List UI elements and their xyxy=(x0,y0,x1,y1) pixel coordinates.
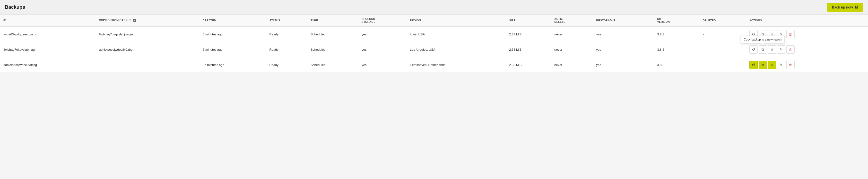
delete-icon: 🗑 xyxy=(789,63,792,67)
copy-button-wrapper: ⧉ xyxy=(758,61,767,69)
copy-icon: ⧉ xyxy=(762,63,764,67)
page-wrapper: Backups Back up now 🖫 ID COPIED FROM BAC… xyxy=(0,0,868,179)
delete-button[interactable]: 🗑 xyxy=(786,30,795,38)
copy-backup-button[interactable]: ⧉ xyxy=(758,30,767,38)
cell-copied-from: qdhkxpocojwdec8v9zbg xyxy=(95,42,199,57)
page-title: Backups xyxy=(5,4,25,10)
edit-button[interactable]: ✎ xyxy=(777,30,785,38)
copy-icon: ⧉ xyxy=(762,47,764,52)
cell-db-version: 3.8.8 xyxy=(654,27,699,42)
copy-button-wrapper: ⧉Copy backup to a new region xyxy=(758,45,767,53)
backup-now-button[interactable]: Back up now 🖫 xyxy=(827,3,863,12)
edit-icon: ✎ xyxy=(780,63,783,67)
cell-db-version: 3.8.8 xyxy=(654,42,699,57)
edit-icon: ✎ xyxy=(780,47,783,51)
cell-type: Scheduled xyxy=(307,57,358,73)
copied-from-info-icon[interactable]: i xyxy=(133,19,136,22)
col-size: SIZE xyxy=(506,14,551,27)
cell-region: Eemshaven, Netherlands xyxy=(407,57,506,73)
cell-actions: ↺⧉Copy backup to a new region⑁✎🗑 xyxy=(746,42,868,57)
restore-button[interactable]: ↺ xyxy=(749,61,758,69)
col-restorable: RESTORABLE xyxy=(593,14,654,27)
delete-button[interactable]: 🗑 xyxy=(786,45,795,53)
col-region: REGION xyxy=(407,14,506,27)
cell-size: 2.33 MiB xyxy=(506,42,551,57)
backups-table-container: ID COPIED FROM BACKUP i CREATED STATUS T… xyxy=(0,14,868,72)
cell-actions: ↺⧉⑁✎🗑 xyxy=(746,27,868,42)
header: Backups Back up now 🖫 xyxy=(0,0,868,14)
col-deleted: DELETED xyxy=(700,14,746,27)
restore-button[interactable]: ↺ xyxy=(749,45,758,53)
cell-status: Ready xyxy=(266,42,307,57)
table-row: 8wbhag7okqvylabjnagmqdhkxpocojwdec8v9zbg… xyxy=(0,42,868,57)
restore-button[interactable]: ↺ xyxy=(749,30,758,38)
cell-id: qdhkxpocojwdec8v9zbg xyxy=(0,57,95,73)
col-cloud-storage: IN CLOUDSTORAGE xyxy=(358,14,406,27)
cell-created: 6 minutes ago xyxy=(199,42,266,57)
cell-in-cloud-storage: yes xyxy=(358,27,406,42)
actions-cell: ↺⧉⑁✎🗑 xyxy=(749,30,865,38)
cell-deleted: - xyxy=(700,57,746,73)
col-type: TYPE xyxy=(307,14,358,27)
cell-type: Scheduled xyxy=(307,42,358,57)
col-created: CREATED xyxy=(199,14,266,27)
col-actions: ACTIONS xyxy=(746,14,868,27)
backup-camera-icon: 🖫 xyxy=(855,5,858,9)
table-header-row: ID COPIED FROM BACKUP i CREATED STATUS T… xyxy=(0,14,868,27)
cell-auto-delete: never xyxy=(551,27,593,42)
delete-button[interactable]: 🗑 xyxy=(786,61,795,69)
cell-restorable: yes xyxy=(593,57,654,73)
cell-region: Iowa, USA xyxy=(407,27,506,42)
cell-deleted: - xyxy=(700,27,746,42)
col-id: ID xyxy=(0,14,95,27)
cell-created: 37 minutes ago xyxy=(199,57,266,73)
cell-status: Ready xyxy=(266,27,307,42)
restore-icon: ↺ xyxy=(752,32,755,37)
edit-icon: ✎ xyxy=(780,32,783,36)
cell-status: Ready xyxy=(266,57,307,73)
delete-icon: 🗑 xyxy=(789,48,792,51)
cell-restorable: yes xyxy=(593,42,654,57)
branch-button[interactable]: ⑁ xyxy=(768,61,776,69)
branch-icon: ⑁ xyxy=(771,47,773,51)
actions-cell: ↺⧉⑁✎🗑 xyxy=(749,61,865,69)
backups-table: ID COPIED FROM BACKUP i CREATED STATUS T… xyxy=(0,14,868,72)
edit-button[interactable]: ✎ xyxy=(777,61,785,69)
delete-icon: 🗑 xyxy=(789,33,792,36)
col-auto-delete: AUTO-DELETE xyxy=(551,14,593,27)
cell-db-version: 3.8.8 xyxy=(654,57,699,73)
branch-button[interactable]: ⑁ xyxy=(768,45,776,53)
restore-icon: ↺ xyxy=(752,47,755,52)
branch-icon: ⑁ xyxy=(771,63,773,67)
cell-copied-from: - xyxy=(95,57,199,73)
edit-button[interactable]: ✎ xyxy=(777,45,785,53)
actions-cell: ↺⧉Copy backup to a new region⑁✎🗑 xyxy=(749,45,865,53)
cell-size: 2.33 MiB xyxy=(506,27,551,42)
restore-icon: ↺ xyxy=(752,63,755,67)
cell-region: Los Angeles, USA xyxy=(407,42,506,57)
cell-restorable: yes xyxy=(593,27,654,42)
cell-id: ayba63kp4iyxzeyoznro xyxy=(0,27,95,42)
table-row: ayba63kp4iyxzeyoznro8wbhag7okqvylabjnagm… xyxy=(0,27,868,42)
col-status: STATUS xyxy=(266,14,307,27)
copy-button-wrapper: ⧉ xyxy=(758,30,767,38)
cell-auto-delete: never xyxy=(551,42,593,57)
col-copied-from: COPIED FROM BACKUP i xyxy=(95,14,199,27)
cell-id: 8wbhag7okqvylabjnagm xyxy=(0,42,95,57)
cell-deleted: - xyxy=(700,42,746,57)
cell-size: 2.33 MiB xyxy=(506,57,551,73)
copy-icon: ⧉ xyxy=(762,32,764,36)
branch-icon: ⑁ xyxy=(771,32,773,36)
cell-created: 5 minutes ago xyxy=(199,27,266,42)
cell-in-cloud-storage: yes xyxy=(358,42,406,57)
cell-auto-delete: never xyxy=(551,57,593,73)
copy-backup-button[interactable]: ⧉ xyxy=(758,45,767,53)
backup-now-label: Back up now xyxy=(832,5,853,9)
cell-copied-from: 8wbhag7okqvylabjnagm xyxy=(95,27,199,42)
cell-type: Scheduled xyxy=(307,27,358,42)
branch-button[interactable]: ⑁ xyxy=(768,30,776,38)
col-db-version: DBVERSION xyxy=(654,14,699,27)
cell-in-cloud-storage: yes xyxy=(358,57,406,73)
cell-actions: ↺⧉⑁✎🗑 xyxy=(746,57,868,73)
copy-backup-button[interactable]: ⧉ xyxy=(758,61,767,69)
